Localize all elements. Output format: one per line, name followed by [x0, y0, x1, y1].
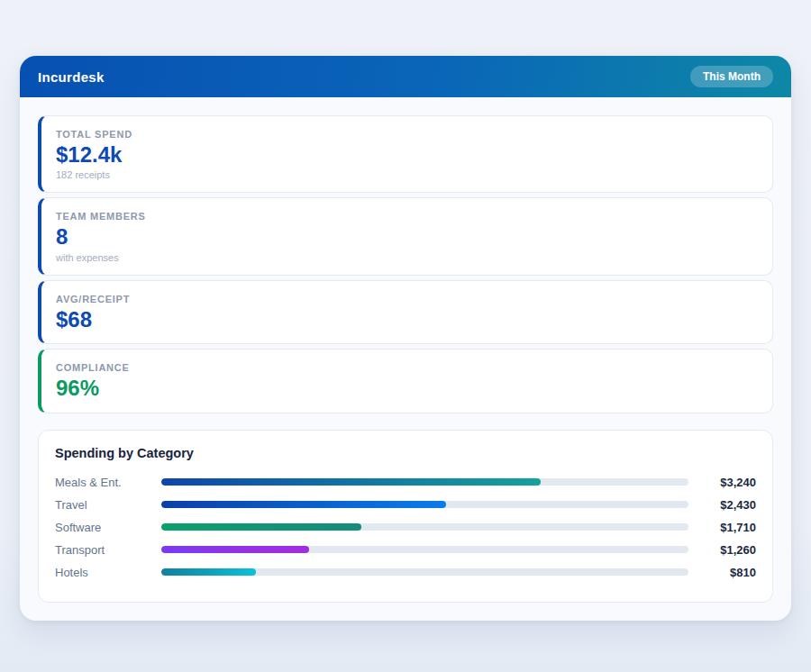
- category-label: Hotels: [55, 566, 161, 579]
- stat-subtext: 182 receipts: [56, 169, 758, 180]
- category-label: Software: [55, 521, 161, 534]
- bar-transport: [161, 546, 309, 553]
- stat-card-compliance: COMPLIANCE 96%: [38, 349, 773, 413]
- app-header: Incurdesk This Month: [20, 56, 791, 97]
- bar-track: [161, 523, 688, 531]
- bar-travel: [161, 501, 446, 508]
- category-label: Transport: [55, 543, 161, 557]
- category-value: $810: [697, 566, 756, 579]
- bar-track: [161, 478, 688, 486]
- category-label: Travel: [55, 498, 161, 512]
- bar-hotels: [161, 568, 256, 576]
- chart-row-travel: Travel $2,430: [55, 494, 756, 516]
- category-label: Meals & Ent.: [55, 476, 161, 489]
- bar-track: [161, 568, 688, 576]
- chart-row-software: Software $1,710: [55, 516, 756, 539]
- stat-card-avg-receipt: AVG/RECEIPT $68: [38, 280, 773, 344]
- category-value: $3,240: [697, 476, 756, 489]
- stat-label: TOTAL SPEND: [56, 129, 758, 140]
- stat-subtext: with expenses: [56, 252, 758, 263]
- bar-software: [161, 523, 361, 531]
- spending-by-category-card: Spending by Category Meals & Ent. $3,240…: [38, 430, 773, 603]
- incurdesk-panel: Incurdesk This Month TOTAL SPEND $12.4k …: [20, 56, 791, 621]
- stat-card-total-spend: TOTAL SPEND $12.4k 182 receipts: [38, 115, 773, 193]
- stat-value: $68: [56, 308, 758, 331]
- app-title: Incurdesk: [38, 69, 105, 85]
- stat-value: $12.4k: [56, 143, 758, 167]
- chart-rows: Meals & Ent. $3,240 Travel $2,430: [55, 471, 756, 584]
- bar-meals: [161, 478, 541, 486]
- category-value: $1,260: [697, 543, 756, 557]
- stat-value: 8: [56, 225, 758, 249]
- stat-value: 96%: [56, 377, 758, 400]
- stat-label: COMPLIANCE: [56, 362, 758, 373]
- chart-row-transport: Transport $1,260: [55, 539, 756, 561]
- category-value: $1,710: [697, 521, 756, 534]
- category-value: $2,430: [697, 498, 756, 512]
- chart-row-hotels: Hotels $810: [55, 561, 756, 584]
- chart-title: Spending by Category: [55, 446, 756, 460]
- chart-row-meals: Meals & Ent. $3,240: [55, 471, 756, 494]
- period-badge[interactable]: This Month: [690, 66, 773, 87]
- panel-body: TOTAL SPEND $12.4k 182 receipts TEAM MEM…: [20, 97, 791, 621]
- stat-card-team-members: TEAM MEMBERS 8 with expenses: [38, 197, 773, 275]
- page-background: Incurdesk This Month TOTAL SPEND $12.4k …: [0, 0, 811, 672]
- stat-label: TEAM MEMBERS: [56, 211, 758, 222]
- stat-label: AVG/RECEIPT: [56, 294, 758, 304]
- bar-track: [161, 546, 688, 553]
- bar-track: [161, 501, 688, 508]
- stats-list: TOTAL SPEND $12.4k 182 receipts TEAM MEM…: [38, 115, 773, 413]
